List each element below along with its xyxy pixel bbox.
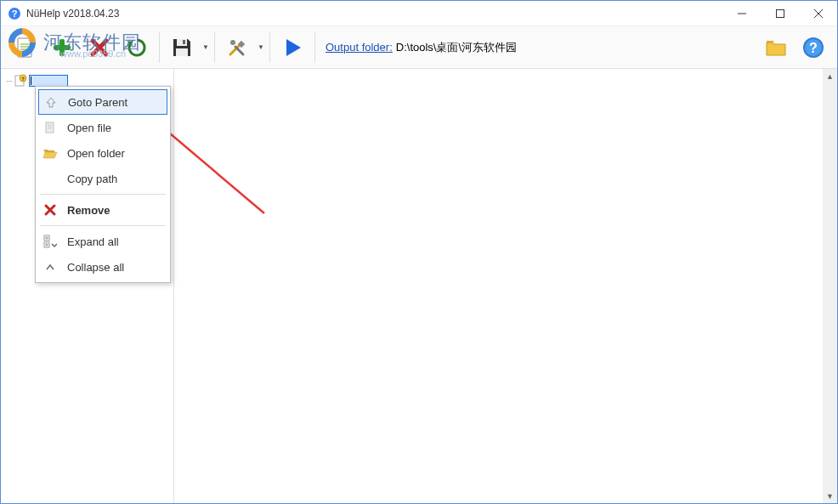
menu-open-file[interactable]: Open file xyxy=(38,115,167,140)
help-node-icon: ? xyxy=(14,74,27,88)
browse-folder-button[interactable] xyxy=(757,29,795,66)
context-menu: Goto Parent Open file Open folder Copy p… xyxy=(35,86,171,283)
scroll-up-arrow[interactable]: ▲ xyxy=(823,69,837,83)
file-icon xyxy=(40,117,60,138)
close-button[interactable] xyxy=(799,1,837,26)
main-panel: ▲ ▼ xyxy=(174,69,837,503)
menu-open-folder[interactable]: Open folder xyxy=(38,140,167,166)
menu-expand-all[interactable]: Expand all xyxy=(38,229,167,254)
app-icon: ? xyxy=(8,7,21,20)
menu-item-label: Copy path xyxy=(67,173,117,185)
toolbar-separator xyxy=(214,32,215,63)
svg-rect-3 xyxy=(776,9,784,17)
menu-item-label: Open folder xyxy=(67,147,125,160)
settings-dropdown-arrow[interactable]: ▼ xyxy=(256,43,266,51)
svg-rect-15 xyxy=(183,40,185,44)
toolbar: ▼ ▼ Output folder: D:\tools\桌面\河东软件园 ? xyxy=(1,26,837,69)
output-folder-label[interactable]: Output folder: xyxy=(326,41,393,54)
menu-item-label: Goto Parent xyxy=(68,96,127,109)
folder-open-icon xyxy=(40,143,60,163)
minimize-button[interactable] xyxy=(722,1,761,26)
menu-item-label: Remove xyxy=(67,204,110,217)
svg-point-20 xyxy=(230,40,235,45)
maximize-button[interactable] xyxy=(761,1,799,26)
toolbar-separator xyxy=(159,32,160,63)
menu-separator xyxy=(40,194,166,195)
toolbar-separator xyxy=(314,32,315,63)
blank-icon xyxy=(40,168,60,189)
menu-collapse-all[interactable]: Collapse all xyxy=(38,254,167,280)
svg-text:?: ? xyxy=(809,41,818,55)
menu-item-label: Collapse all xyxy=(67,261,124,274)
expand-icon xyxy=(40,231,60,252)
titlebar: ? NüHelp v2018.04.23 xyxy=(1,1,837,26)
tree-edit-caret[interactable] xyxy=(29,75,68,87)
toolbar-separator xyxy=(269,32,270,63)
help-button[interactable]: ? xyxy=(795,29,832,66)
tree-connector: ···· xyxy=(6,76,12,86)
collapse-icon xyxy=(40,257,60,277)
svg-rect-27 xyxy=(46,122,54,133)
save-dropdown-arrow[interactable]: ▼ xyxy=(201,43,211,51)
up-icon xyxy=(41,92,61,112)
scroll-down-arrow[interactable]: ▼ xyxy=(823,489,837,503)
menu-copy-path[interactable]: Copy path xyxy=(38,166,167,191)
svg-line-19 xyxy=(235,47,243,54)
delete-button[interactable] xyxy=(81,29,118,66)
menu-remove[interactable]: Remove xyxy=(38,197,167,223)
vertical-scrollbar[interactable]: ▲ ▼ xyxy=(823,69,837,503)
refresh-button[interactable] xyxy=(118,29,156,66)
svg-rect-14 xyxy=(177,39,187,46)
window-title: NüHelp v2018.04.23 xyxy=(26,8,119,20)
menu-goto-parent[interactable]: Goto Parent xyxy=(38,89,167,115)
svg-rect-11 xyxy=(54,45,71,50)
new-doc-button[interactable] xyxy=(6,29,43,66)
settings-button[interactable] xyxy=(218,29,256,66)
run-button[interactable] xyxy=(274,29,311,66)
svg-text:?: ? xyxy=(21,76,25,82)
remove-icon xyxy=(40,200,60,220)
add-button[interactable] xyxy=(43,29,81,66)
output-folder-path: D:\tools\桌面\河东软件园 xyxy=(396,40,517,55)
menu-separator xyxy=(40,225,166,226)
menu-item-label: Open file xyxy=(67,122,111,134)
svg-rect-16 xyxy=(176,48,188,56)
menu-item-label: Expand all xyxy=(67,235,119,248)
svg-text:?: ? xyxy=(12,8,18,19)
save-button[interactable] xyxy=(163,29,201,66)
